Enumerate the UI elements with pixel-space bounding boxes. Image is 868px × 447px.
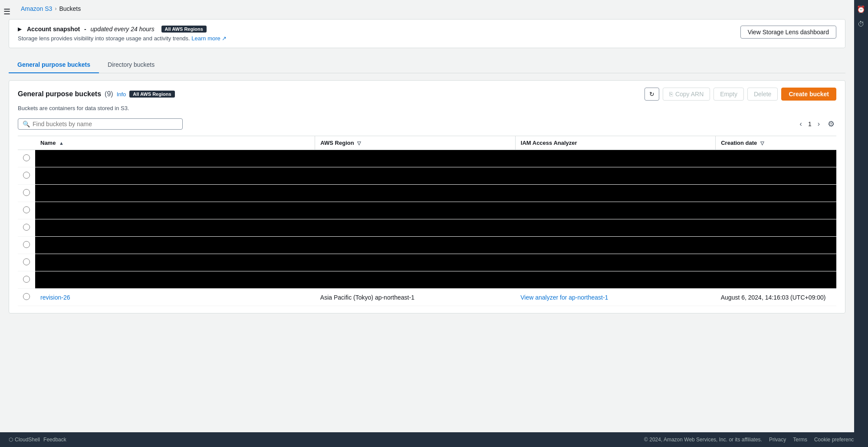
col-header-creation[interactable]: Creation date ▽ (716, 136, 836, 150)
footer: ⬡ CloudShell Feedback © 2024, Amazon Web… (0, 432, 868, 447)
clock-icon-2[interactable]: ⏱ (856, 19, 866, 30)
pagination-prev-button[interactable]: ‹ (797, 118, 805, 130)
table-row (18, 185, 836, 202)
row-radio[interactable] (23, 224, 30, 231)
table-row (18, 219, 836, 237)
cloudshell-button[interactable]: ⬡ CloudShell (9, 437, 40, 443)
footer-privacy-link[interactable]: Privacy (769, 437, 786, 443)
buckets-table: Name ▲ AWS Region ▽ IAM Access Analyzer … (18, 136, 836, 306)
pagination-next-button[interactable]: › (815, 118, 822, 130)
chevron-right-icon: › (818, 120, 820, 127)
tabs-container: General purpose buckets Directory bucket… (9, 57, 845, 73)
chevron-left-icon: ‹ (800, 120, 802, 127)
table-row (18, 167, 836, 185)
refresh-button[interactable]: ↻ (644, 88, 659, 101)
bucket-region-cell: Asia Pacific (Tokyo) ap-northeast-1 (315, 289, 515, 306)
row-radio[interactable] (23, 276, 30, 283)
table-settings-button[interactable]: ⚙ (826, 117, 836, 131)
table-row (18, 271, 836, 289)
page-number: 1 (808, 121, 812, 127)
iam-analyzer-link[interactable]: View analyzer for ap-northeast-1 (520, 294, 608, 301)
bucket-name-cell: revision-26 (35, 289, 315, 306)
breadcrumb-separator: › (55, 6, 56, 12)
buckets-description: Buckets are containers for data stored i… (18, 105, 836, 111)
name-sort-arrow: ▲ (59, 140, 64, 146)
view-storage-lens-button[interactable]: View Storage Lens dashboard (740, 26, 836, 39)
breadcrumb-current: Buckets (59, 5, 81, 12)
tab-directory[interactable]: Directory buckets (99, 57, 163, 73)
top-icon-bar: ⏰ ⏱ (854, 0, 868, 447)
cloudshell-icon: ⬡ (9, 437, 13, 443)
search-input[interactable] (33, 121, 178, 127)
footer-right: © 2024, Amazon Web Services, Inc. or its… (644, 437, 859, 443)
search-pagination-row: 🔍 ‹ 1 › ⚙ (18, 117, 836, 131)
feedback-button[interactable]: Feedback (43, 437, 66, 443)
table-row (18, 237, 836, 254)
pagination-area: ‹ 1 › ⚙ (797, 117, 836, 131)
snapshot-title-row: ▶ Account snapshot - updated every 24 ho… (18, 26, 227, 33)
hamburger-icon: ☰ (3, 7, 10, 16)
snapshot-collapse-arrow[interactable]: ▶ (18, 26, 22, 32)
copy-arn-button[interactable]: ⎘ Copy ARN (663, 88, 710, 101)
buckets-card: General purpose buckets (9) Info All AWS… (9, 80, 845, 313)
creation-sort-arrow: ▽ (760, 140, 764, 146)
snapshot-learn-more-link[interactable]: Learn more ↗ (191, 35, 227, 42)
external-link-icon: ↗ (222, 35, 227, 42)
search-box: 🔍 (18, 118, 183, 130)
col-header-iam[interactable]: IAM Access Analyzer (515, 136, 715, 150)
snapshot-title: Account snapshot - updated every 24 hour… (27, 26, 207, 33)
table-row (18, 150, 836, 167)
buckets-actions: ↻ ⎘ Copy ARN Empty Delete Create bucket (644, 88, 836, 101)
table-row: revision-26 Asia Pacific (Tokyo) ap-nort… (18, 289, 836, 306)
copy-icon: ⎘ (669, 91, 673, 98)
footer-terms-link[interactable]: Terms (793, 437, 807, 443)
region-sort-arrow: ▽ (357, 140, 361, 146)
buckets-header: General purpose buckets (9) Info All AWS… (18, 88, 836, 101)
footer-cookie-prefs-link[interactable]: Cookie preferences (814, 437, 859, 443)
settings-icon: ⚙ (828, 120, 835, 128)
account-snapshot-panel: ▶ Account snapshot - updated every 24 ho… (9, 19, 845, 48)
breadcrumb: Amazon S3 › Buckets (21, 5, 845, 12)
bucket-iam-cell: View analyzer for ap-northeast-1 (515, 289, 715, 306)
snapshot-badge: All AWS Regions (161, 26, 207, 33)
row-radio[interactable] (23, 172, 30, 179)
snapshot-title-italic: updated every 24 hours (91, 26, 155, 33)
col-header-select (18, 136, 35, 150)
buckets-title-area: General purpose buckets (9) Info All AWS… (18, 90, 175, 98)
bucket-count: (9) (105, 90, 113, 98)
clock-icon-1[interactable]: ⏰ (855, 3, 867, 15)
all-aws-regions-badge: All AWS Regions (129, 91, 174, 98)
footer-copyright: © 2024, Amazon Web Services, Inc. or its… (644, 437, 762, 443)
search-icon: 🔍 (23, 121, 30, 127)
breadcrumb-home[interactable]: Amazon S3 (21, 5, 52, 12)
snapshot-description: Storage lens provides visibility into st… (18, 35, 227, 42)
table-row (18, 254, 836, 271)
info-link[interactable]: Info (117, 91, 126, 98)
table-row (18, 202, 836, 219)
row-radio[interactable] (23, 189, 30, 196)
footer-left: ⬡ CloudShell Feedback (9, 437, 66, 443)
hamburger-menu[interactable]: ☰ (0, 3, 14, 20)
empty-button[interactable]: Empty (713, 88, 744, 101)
col-header-name[interactable]: Name ▲ (35, 136, 315, 150)
row-radio[interactable] (23, 258, 30, 265)
buckets-title: General purpose buckets (18, 90, 101, 98)
bucket-name-link[interactable]: revision-26 (40, 294, 70, 301)
refresh-icon: ↻ (649, 91, 654, 98)
col-header-region[interactable]: AWS Region ▽ (315, 136, 515, 150)
row-radio[interactable] (23, 206, 30, 213)
delete-button[interactable]: Delete (747, 88, 778, 101)
snapshot-left: ▶ Account snapshot - updated every 24 ho… (18, 26, 227, 42)
row-radio[interactable] (23, 154, 30, 161)
bucket-creation-cell: August 6, 2024, 14:16:03 (UTC+09:00) (716, 289, 836, 306)
snapshot-title-static: Account snapshot (27, 26, 80, 33)
row-radio[interactable] (23, 293, 30, 300)
tab-general-purpose[interactable]: General purpose buckets (9, 57, 99, 73)
row-radio[interactable] (23, 241, 30, 248)
create-bucket-button[interactable]: Create bucket (781, 88, 836, 101)
